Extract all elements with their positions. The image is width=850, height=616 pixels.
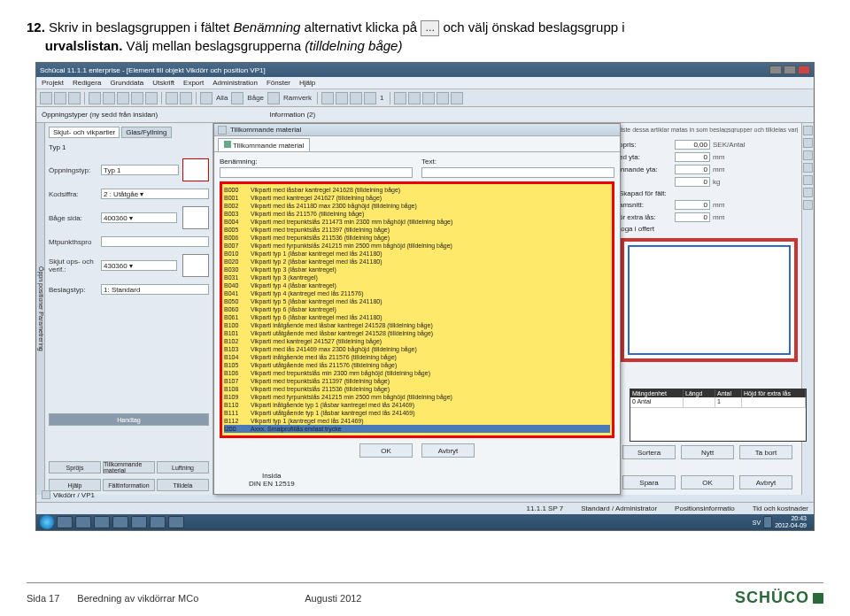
toolbar-icon[interactable] [422, 92, 435, 104]
list-item[interactable]: B104Vikparti inåtgående med lås 211576 (… [224, 353, 610, 361]
oppningstyp-select[interactable]: Typ 1 [101, 165, 179, 175]
list-item[interactable]: B004Vikparti med trepunktslås 211473 min… [224, 218, 610, 226]
taskbar-icon[interactable] [57, 516, 73, 528]
sprojs-button[interactable]: Spröjs [49, 461, 101, 474]
list-item[interactable]: B103Vikparti med lås 241469 max 2300 båg… [224, 345, 610, 353]
toolbar-ramverk[interactable]: Ramverk [283, 94, 312, 102]
list-item[interactable]: B112Vikparti typ 1 (kantregel med lås 24… [224, 417, 610, 425]
close-icon[interactable] [798, 65, 810, 74]
kodsiffra-select[interactable]: 2 : Utåtgåe ▾ [101, 189, 209, 199]
taskbar-icon[interactable] [150, 516, 166, 528]
lang-indicator[interactable]: SV [753, 520, 761, 526]
toolbar-icon[interactable] [451, 92, 463, 104]
list-item[interactable]: B106Vikparti med trepunktslås min 2300 m… [224, 369, 610, 377]
tabort-button[interactable]: Ta bort [739, 445, 792, 459]
grid-cell[interactable] [742, 397, 806, 408]
list-item[interactable]: B006Vikparti med trepunktslås 211536 (ti… [224, 234, 610, 242]
beslag-dropdown-list[interactable]: B000Vikparti med låsbar kantregel 241628… [220, 181, 614, 438]
bagesida-select[interactable]: 400360 ▾ [101, 212, 177, 223]
list-item[interactable]: B100Vikparti inåtgående med låsbar kantr… [224, 321, 610, 329]
list-item[interactable]: B109Vikparti med fyrpunktslås 241215 min… [224, 393, 610, 401]
list-item[interactable]: B108Vikparti med trepunktslås 211536 (ti… [224, 385, 610, 393]
edyta-input[interactable]: 0 [675, 152, 710, 162]
rail-icon[interactable] [803, 126, 813, 135]
taskbar-icon[interactable] [131, 516, 147, 528]
list-item[interactable]: B003Vikparti med lås 211576 (tilldelning… [224, 210, 610, 218]
rail-icon[interactable] [803, 188, 813, 197]
toolbar-icon[interactable] [117, 92, 129, 104]
menu-grunddata[interactable]: Grunddata [110, 79, 143, 87]
ramverk-icon[interactable] [267, 92, 280, 104]
tab-skjut[interactable]: Skjut- och vikpartier [49, 127, 120, 138]
list-item[interactable]: B061Vikparti typ 6 (låsbar kantregel med… [224, 313, 610, 321]
list-item[interactable]: B030Vikparti typ 3 (låsbar kantregel) [224, 266, 610, 273]
minimize-icon[interactable] [769, 65, 782, 74]
list-item[interactable]: B102Vikparti med kantregel 241527 (tilld… [224, 337, 610, 345]
menu-export[interactable]: Export [183, 79, 204, 87]
list-item[interactable]: B000Vikparti med låsbar kantregel 241628… [224, 186, 610, 194]
toolbar-icon[interactable] [54, 92, 66, 104]
spara-button[interactable]: Spara [622, 475, 676, 489]
handtag-button[interactable]: Handtag [49, 413, 209, 426]
list-item[interactable]: B050Vikparti typ 5 (låsbar kantregel med… [224, 297, 610, 305]
avbryt-button[interactable]: Avbryt [421, 443, 475, 458]
toolbar-icon[interactable] [68, 92, 81, 104]
list-item[interactable]: B002Vikparti med lås 241180 max 2300 båg… [224, 202, 610, 210]
bage-icon[interactable] [231, 92, 243, 104]
list-item[interactable]: B007Vikparti med fyrpunktslås 241215 min… [224, 242, 610, 250]
kg-input[interactable]: 0 [675, 177, 710, 187]
list-item[interactable]: B020Vikparti typ 2 (låsbar kantregel med… [224, 258, 610, 266]
toolbar-icon[interactable] [103, 92, 115, 104]
toolbar-alla[interactable]: Alla [216, 94, 228, 102]
start-button-icon[interactable] [40, 515, 54, 529]
menu-utskrift[interactable]: Utskrift [152, 79, 174, 87]
list-item[interactable]: B040Vikparti typ 4 (låsbar kantregel) [224, 281, 610, 289]
taskbar-icon[interactable] [94, 516, 110, 528]
maximize-icon[interactable] [784, 65, 796, 74]
toolbar-icon[interactable] [40, 92, 52, 104]
skjutops-select[interactable]: 430360 ▾ [101, 260, 177, 271]
rail-icon[interactable] [803, 200, 813, 210]
avbryt-button-outer[interactable]: Avbryt [739, 475, 792, 489]
grid-cell[interactable]: 1 [715, 397, 742, 408]
list-item[interactable]: B031Vikparti typ 3 (kantregel) [224, 273, 610, 281]
list-item[interactable]: B110Vikparti inåtgående typ 1 (låsbar ka… [224, 401, 610, 409]
dialog-tab[interactable]: Tillkommande material [218, 138, 310, 151]
toolbar-icon[interactable] [336, 92, 348, 104]
list-item[interactable]: B005Vikparti med trepunktslås 211397 (ti… [224, 226, 610, 234]
toolbar-icon[interactable] [89, 92, 101, 104]
menu-hjalp[interactable]: Hjälp [299, 79, 315, 87]
taskbar-icon[interactable] [75, 516, 91, 528]
rail-icon[interactable] [803, 150, 813, 160]
tray-icon[interactable] [763, 516, 772, 528]
amsnitt-input[interactable]: 0 [675, 200, 710, 210]
rail-icon[interactable] [803, 163, 813, 173]
benamning-input[interactable] [220, 167, 413, 178]
taskbar-clock[interactable]: 20:432012-04-09 [775, 515, 810, 529]
menu-fonster[interactable]: Fönster [267, 79, 290, 87]
menu-projekt[interactable]: Projekt [42, 79, 64, 87]
toolbar-icon[interactable] [131, 92, 143, 104]
mtpunkt-input[interactable] [101, 236, 209, 247]
text-input[interactable] [421, 167, 614, 178]
list-item[interactable]: B010Vikparti typ 1 (låsbar kantregel med… [224, 250, 610, 258]
innande-input[interactable]: 0 [675, 165, 710, 174]
menu-redigera[interactable]: Redigera [73, 79, 101, 87]
ok-button[interactable]: OK [359, 443, 413, 458]
nytt-button[interactable]: Nytt [681, 445, 734, 459]
toolbar-icon[interactable] [145, 92, 158, 104]
toolbar-icon[interactable] [350, 92, 362, 104]
list-item[interactable]: B107Vikparti med trepunktslås 211397 (ti… [224, 377, 610, 385]
toolbar-icon[interactable] [166, 92, 178, 104]
tab-glas[interactable]: Glas/Fyllning [121, 127, 171, 138]
beslagstyp-select[interactable]: 1: Standard [101, 284, 209, 295]
sortera-button[interactable]: Sortera [622, 445, 676, 459]
toolbar-icon[interactable] [321, 92, 334, 104]
list-item[interactable]: B001Vikparti med kantregel 241627 (tilld… [224, 194, 610, 202]
list-item[interactable]: I200Axxx. Smalprofillås endast trycke [224, 425, 610, 433]
rail-icon[interactable] [803, 175, 813, 185]
toolbar-icon[interactable] [437, 92, 449, 104]
list-item[interactable]: B111Vikparti utåtgående typ 1 (låsbar ka… [224, 409, 610, 417]
grid-cell[interactable] [684, 397, 715, 408]
ok-button-outer[interactable]: OK [681, 475, 734, 489]
